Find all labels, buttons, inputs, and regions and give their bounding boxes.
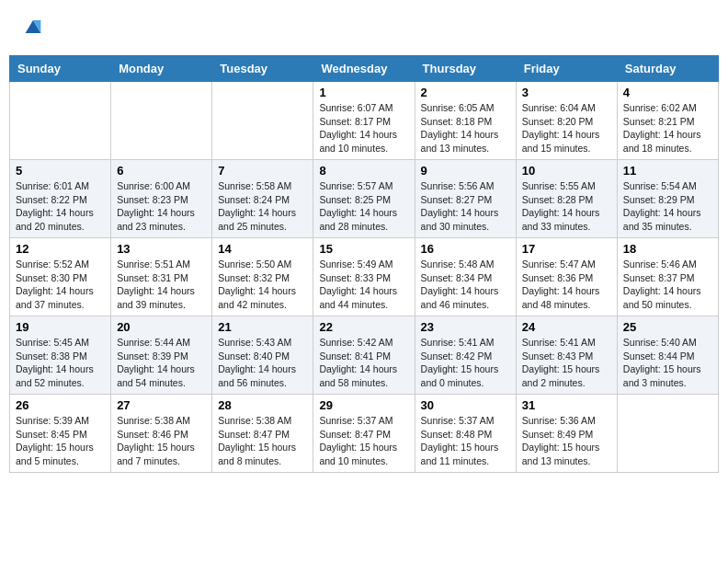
day-number: 23 <box>421 320 510 334</box>
calendar-cell: 26Sunrise: 5:39 AM Sunset: 8:45 PM Dayli… <box>10 395 111 473</box>
day-info: Sunrise: 5:49 AM Sunset: 8:33 PM Dayligh… <box>319 258 408 312</box>
day-info: Sunrise: 5:41 AM Sunset: 8:43 PM Dayligh… <box>522 336 611 390</box>
day-number: 30 <box>421 398 510 412</box>
day-number: 12 <box>16 242 105 256</box>
day-info: Sunrise: 5:37 AM Sunset: 8:47 PM Dayligh… <box>319 414 408 468</box>
day-info: Sunrise: 5:57 AM Sunset: 8:25 PM Dayligh… <box>319 179 408 234</box>
weekday-header: Wednesday <box>313 56 415 82</box>
day-info: Sunrise: 5:43 AM Sunset: 8:40 PM Dayligh… <box>218 336 307 390</box>
day-number: 7 <box>218 164 307 178</box>
day-info: Sunrise: 6:00 AM Sunset: 8:23 PM Dayligh… <box>117 179 206 234</box>
calendar-cell: 18Sunrise: 5:46 AM Sunset: 8:37 PM Dayli… <box>617 238 718 316</box>
day-info: Sunrise: 6:05 AM Sunset: 8:18 PM Dayligh… <box>421 101 510 155</box>
day-number: 10 <box>522 164 611 178</box>
calendar-cell: 29Sunrise: 5:37 AM Sunset: 8:47 PM Dayli… <box>313 395 415 473</box>
day-info: Sunrise: 5:55 AM Sunset: 8:28 PM Dayligh… <box>522 179 611 234</box>
weekday-header: Sunday <box>10 56 111 82</box>
calendar-cell: 28Sunrise: 5:38 AM Sunset: 8:47 PM Dayli… <box>212 395 313 473</box>
calendar-cell <box>617 395 718 473</box>
day-info: Sunrise: 5:58 AM Sunset: 8:24 PM Dayligh… <box>218 179 307 234</box>
day-number: 28 <box>218 398 307 412</box>
calendar-cell: 16Sunrise: 5:48 AM Sunset: 8:34 PM Dayli… <box>415 238 516 316</box>
day-number: 3 <box>522 86 611 99</box>
day-number: 11 <box>623 164 712 178</box>
day-info: Sunrise: 5:38 AM Sunset: 8:47 PM Dayligh… <box>218 414 307 468</box>
day-number: 20 <box>117 320 206 334</box>
logo <box>18 14 48 43</box>
day-number: 22 <box>319 320 408 334</box>
day-number: 16 <box>421 242 510 256</box>
day-info: Sunrise: 5:52 AM Sunset: 8:30 PM Dayligh… <box>16 258 105 312</box>
day-info: Sunrise: 5:48 AM Sunset: 8:34 PM Dayligh… <box>421 258 510 312</box>
day-number: 2 <box>421 86 510 99</box>
calendar-week-row: 12Sunrise: 5:52 AM Sunset: 8:30 PM Dayli… <box>10 238 719 316</box>
day-number: 18 <box>623 242 712 256</box>
day-number: 14 <box>218 242 307 256</box>
day-number: 6 <box>117 164 206 178</box>
calendar-cell <box>212 82 313 160</box>
day-info: Sunrise: 6:01 AM Sunset: 8:22 PM Dayligh… <box>16 179 105 234</box>
weekday-header: Thursday <box>415 56 516 82</box>
calendar-cell: 20Sunrise: 5:44 AM Sunset: 8:39 PM Dayli… <box>111 316 212 395</box>
day-number: 21 <box>218 320 307 334</box>
calendar-cell <box>10 82 111 160</box>
day-info: Sunrise: 5:41 AM Sunset: 8:42 PM Dayligh… <box>421 336 510 390</box>
calendar-cell: 23Sunrise: 5:41 AM Sunset: 8:42 PM Dayli… <box>415 316 516 395</box>
day-number: 17 <box>522 242 611 256</box>
day-info: Sunrise: 5:39 AM Sunset: 8:45 PM Dayligh… <box>16 414 105 468</box>
calendar-week-row: 1Sunrise: 6:07 AM Sunset: 8:17 PM Daylig… <box>10 82 719 160</box>
calendar-cell: 6Sunrise: 6:00 AM Sunset: 8:23 PM Daylig… <box>111 160 212 238</box>
day-info: Sunrise: 6:02 AM Sunset: 8:21 PM Dayligh… <box>623 101 712 155</box>
day-number: 13 <box>117 242 206 256</box>
calendar-cell: 17Sunrise: 5:47 AM Sunset: 8:36 PM Dayli… <box>516 238 617 316</box>
day-number: 29 <box>319 398 408 412</box>
weekday-header: Friday <box>516 56 617 82</box>
day-number: 19 <box>16 320 105 334</box>
day-info: Sunrise: 5:46 AM Sunset: 8:37 PM Dayligh… <box>623 258 712 312</box>
day-info: Sunrise: 5:47 AM Sunset: 8:36 PM Dayligh… <box>522 258 611 312</box>
day-info: Sunrise: 5:40 AM Sunset: 8:44 PM Dayligh… <box>623 336 712 390</box>
calendar-cell: 12Sunrise: 5:52 AM Sunset: 8:30 PM Dayli… <box>10 238 111 316</box>
page-header <box>9 9 719 48</box>
calendar-week-row: 26Sunrise: 5:39 AM Sunset: 8:45 PM Dayli… <box>10 395 719 473</box>
calendar-cell: 13Sunrise: 5:51 AM Sunset: 8:31 PM Dayli… <box>111 238 212 316</box>
calendar-cell: 9Sunrise: 5:56 AM Sunset: 8:27 PM Daylig… <box>415 160 516 238</box>
calendar-cell: 21Sunrise: 5:43 AM Sunset: 8:40 PM Dayli… <box>212 316 313 395</box>
day-number: 26 <box>16 398 105 412</box>
day-info: Sunrise: 5:37 AM Sunset: 8:48 PM Dayligh… <box>421 414 510 468</box>
calendar-cell: 25Sunrise: 5:40 AM Sunset: 8:44 PM Dayli… <box>617 316 718 395</box>
calendar-cell: 24Sunrise: 5:41 AM Sunset: 8:43 PM Dayli… <box>516 316 617 395</box>
day-number: 24 <box>522 320 611 334</box>
calendar-cell: 5Sunrise: 6:01 AM Sunset: 8:22 PM Daylig… <box>10 160 111 238</box>
calendar-cell: 1Sunrise: 6:07 AM Sunset: 8:17 PM Daylig… <box>313 82 415 160</box>
calendar-header-row: SundayMondayTuesdayWednesdayThursdayFrid… <box>10 56 719 82</box>
day-info: Sunrise: 5:56 AM Sunset: 8:27 PM Dayligh… <box>421 179 510 234</box>
calendar-cell: 15Sunrise: 5:49 AM Sunset: 8:33 PM Dayli… <box>313 238 415 316</box>
day-number: 25 <box>623 320 712 334</box>
day-info: Sunrise: 5:50 AM Sunset: 8:32 PM Dayligh… <box>218 258 307 312</box>
weekday-header: Tuesday <box>212 56 313 82</box>
day-info: Sunrise: 5:54 AM Sunset: 8:29 PM Dayligh… <box>623 179 712 234</box>
day-info: Sunrise: 5:36 AM Sunset: 8:49 PM Dayligh… <box>522 414 611 468</box>
calendar-week-row: 5Sunrise: 6:01 AM Sunset: 8:22 PM Daylig… <box>10 160 719 238</box>
calendar-cell: 4Sunrise: 6:02 AM Sunset: 8:21 PM Daylig… <box>617 82 718 160</box>
weekday-header: Monday <box>111 56 212 82</box>
calendar-cell: 31Sunrise: 5:36 AM Sunset: 8:49 PM Dayli… <box>516 395 617 473</box>
calendar-cell: 30Sunrise: 5:37 AM Sunset: 8:48 PM Dayli… <box>415 395 516 473</box>
calendar-cell: 14Sunrise: 5:50 AM Sunset: 8:32 PM Dayli… <box>212 238 313 316</box>
calendar-cell: 8Sunrise: 5:57 AM Sunset: 8:25 PM Daylig… <box>313 160 415 238</box>
day-number: 9 <box>421 164 510 178</box>
calendar-cell: 10Sunrise: 5:55 AM Sunset: 8:28 PM Dayli… <box>516 160 617 238</box>
calendar-cell: 11Sunrise: 5:54 AM Sunset: 8:29 PM Dayli… <box>617 160 718 238</box>
day-info: Sunrise: 5:45 AM Sunset: 8:38 PM Dayligh… <box>16 336 105 390</box>
calendar-cell: 22Sunrise: 5:42 AM Sunset: 8:41 PM Dayli… <box>313 316 415 395</box>
day-info: Sunrise: 5:44 AM Sunset: 8:39 PM Dayligh… <box>117 336 206 390</box>
day-number: 27 <box>117 398 206 412</box>
calendar-table: SundayMondayTuesdayWednesdayThursdayFrid… <box>9 55 719 473</box>
calendar-cell: 27Sunrise: 5:38 AM Sunset: 8:46 PM Dayli… <box>111 395 212 473</box>
day-number: 8 <box>319 164 408 178</box>
day-number: 31 <box>522 398 611 412</box>
day-info: Sunrise: 5:38 AM Sunset: 8:46 PM Dayligh… <box>117 414 206 468</box>
day-number: 5 <box>16 164 105 178</box>
day-number: 15 <box>319 242 408 256</box>
